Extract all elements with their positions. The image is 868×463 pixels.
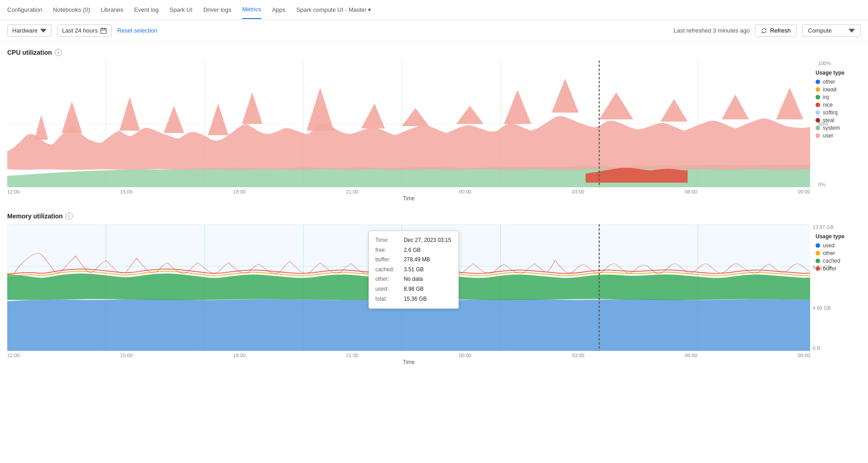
svg-rect-0 (101, 28, 106, 33)
toolbar-right: Last refreshed 3 minutes ago Refresh Com… (674, 24, 861, 37)
memory-svg (7, 224, 810, 351)
cpu-chart-wrapper: 100% 50% 0% 12:00 15:00 18:00 21:00 00:0… (7, 61, 861, 202)
memory-chart-section: Memory utilization i (7, 213, 861, 365)
memory-chart-area: Time: Dec 27, 2023 03:15 free:2.6 GBbuff… (7, 224, 810, 365)
hardware-select[interactable]: Hardware (7, 24, 52, 37)
reset-selection-button[interactable]: Reset selection (117, 27, 157, 34)
cpu-x-axis: 12:00 15:00 18:00 21:00 00:00 03:00 06:0… (7, 187, 810, 194)
nav-item-spark-compute[interactable]: Spark compute UI - Master ▾ (296, 1, 371, 19)
time-range-select[interactable]: Last 24 hours (57, 24, 112, 37)
cpu-info-icon[interactable]: i (55, 49, 62, 56)
nav-item-notebooks[interactable]: Notebooks (0) (53, 1, 90, 19)
cpu-chart-area: 100% 50% 0% 12:00 15:00 18:00 21:00 00:0… (7, 61, 810, 202)
memory-chart-canvas: Time: Dec 27, 2023 03:15 free:2.6 GBbuff… (7, 224, 810, 351)
nav-item-configuration[interactable]: Configuration (7, 1, 42, 19)
cpu-chart-title: CPU utilization i (7, 49, 861, 56)
memory-x-title: Time (7, 359, 810, 365)
cpu-chart-section: CPU utilization i (7, 49, 861, 202)
memory-x-axis: 12:00 15:00 18:00 21:00 00:00 03:00 06:0… (7, 351, 810, 358)
nav-item-driver-logs[interactable]: Driver logs (203, 1, 231, 19)
nav-item-spark-ui[interactable]: Spark UI (170, 1, 193, 19)
cpu-svg (7, 61, 810, 187)
nav-item-apps[interactable]: Apps (272, 1, 286, 19)
last-refresh-label: Last refreshed 3 minutes ago (674, 27, 750, 34)
nav-item-metrics[interactable]: Metrics (242, 0, 261, 19)
nav-bar: Configuration Notebooks (0) Libraries Ev… (0, 0, 868, 20)
nav-item-event-log[interactable]: Event log (134, 1, 159, 19)
main-content: CPU utilization i (0, 42, 868, 383)
nav-item-libraries[interactable]: Libraries (101, 1, 123, 19)
compute-select[interactable]: Compute (802, 24, 861, 37)
cpu-x-title: Time (7, 195, 810, 202)
memory-info-icon[interactable]: i (66, 213, 73, 220)
refresh-button[interactable]: Refresh (755, 24, 797, 37)
memory-chart-title: Memory utilization i (7, 213, 861, 220)
memory-chart-wrapper: Time: Dec 27, 2023 03:15 free:2.6 GBbuff… (7, 224, 861, 365)
cpu-chart-canvas: 100% 50% 0% (7, 61, 810, 187)
toolbar: Hardware Last 24 hours Reset selection L… (0, 20, 868, 42)
cpu-y-axis: 100% 50% 0% (818, 61, 831, 187)
memory-y-axis: 13.97 GB 9.31 GB 4.66 GB 0 B (813, 224, 834, 351)
